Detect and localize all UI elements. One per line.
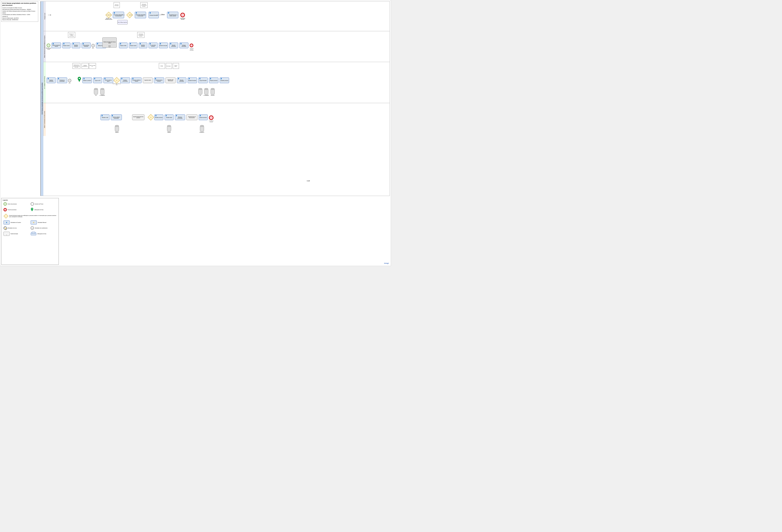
user-icon14: 👤 [159, 43, 161, 45]
pool-label: 21.3.2 Sanear propriedade com bovinos po… [40, 1, 43, 196]
label-bovinos-enviar: Bovinos para enviar [46, 48, 51, 50]
doc-parecer-chefia: Parecer chefia... [173, 63, 179, 69]
user-icon9: 👤 [97, 43, 98, 45]
user-icon13: 👤 [149, 43, 151, 45]
task-realizar-exame2-l2[interactable]: 👤 Realizar exame [129, 42, 138, 48]
task-aguardar-fatos[interactable]: Aguardar fatos de encerramento [186, 114, 198, 120]
label-12h: 12 h. [67, 82, 72, 83]
db-usamdoc: USAMDOC [200, 126, 204, 133]
legend-frota2-shape [31, 232, 36, 236]
legend-manual-shape: ✋ [31, 220, 37, 224]
user-icon3: 👤 [149, 12, 151, 14]
legend-start-label: Início do processo [8, 203, 17, 205]
task-aguardar-eliminacao[interactable]: Aguardar eliminação dos positivos [132, 114, 144, 120]
task-receber-execucao[interactable]: 👤 Receber execução [159, 42, 168, 48]
svg-text:⚡: ⚡ [4, 227, 7, 229]
task-identificar-positivos2-l2[interactable]: 👤 Identificar positivos [139, 42, 147, 48]
legend-compensation-label: Atividade de recebimento [35, 227, 47, 228]
task-aguardar-declaracoes[interactable]: aguardar mais declarações [166, 77, 176, 83]
label-propriedade-saneada: Propriedade saneada [179, 18, 186, 20]
task-receber-abertos[interactable]: 👤 Receber abertos positivos [154, 77, 164, 83]
legend-item-gateway: Evento Exclusivo (existe uma notificação… [3, 214, 57, 218]
legend-error-shape: ⚡ [3, 226, 7, 229]
lane-produtor: Produtor rural Termo de Destruição Decla… [43, 1, 390, 31]
task-lancar-formulario[interactable]: 👤 Lançar formulário [198, 77, 208, 83]
legend-item-manual: ✋ Atividade Manual [31, 220, 57, 224]
user-icon33: 👤 [165, 115, 167, 117]
task-oficio-gta[interactable]: Ofício GTA para frigorífico [117, 20, 128, 25]
task-realizar-chefia[interactable]: 👤 Realizar chefia [119, 42, 128, 48]
main-page: 21.3.2 Sanear propriedade com bovinos po… [0, 0, 391, 266]
task-encaminhar-credito[interactable]: 👤 Encaminhar para crédito subsídio [167, 12, 178, 18]
doc-declaracao-right: Declaração... [166, 63, 172, 69]
task-monitorar-propriedade[interactable]: 👤 Monitorar propriedade [175, 114, 185, 120]
end-event-l4 [209, 115, 213, 120]
svg-marker-11 [31, 210, 33, 211]
header-org1: Governo do Estado de Mato Grosso [2, 7, 37, 9]
task-receber-formulario[interactable]: 👤 Receber formulário [187, 77, 197, 83]
lane-medvet: Médico Veterinário Acreditado/Habilitado… [43, 31, 390, 62]
task-identificar-positivos-l2[interactable]: 👤 Identificar positivos [72, 42, 80, 48]
user-icon4: 👤 [168, 12, 169, 14]
task-enviar-animais[interactable]: 👤 Enviar animais notificados [81, 42, 91, 48]
legend-throw-label: Evento de Throw [35, 203, 43, 205]
task-receber-notificados[interactable]: 👤 Receber notificados [47, 77, 56, 83]
task-notificar-produtor-l3[interactable]: 👤 Notificar o produtor [82, 77, 92, 83]
label-acrescimo: acréscimo positivos eliminados [188, 48, 195, 51]
task-comparar-chefia[interactable]: 👤 Comparar chefia de material [131, 77, 142, 83]
doc-afastado: Afastado de exame documentado [68, 32, 75, 38]
task-receber-processo-l4[interactable]: 👤 Receber processo [154, 114, 163, 120]
user-icon11: 👤 [130, 43, 131, 45]
user-icon25: 👤 [178, 78, 179, 80]
user-icon31: 👤 [111, 115, 113, 117]
task-reconduzir-eliminacao[interactable]: 👤 Reconduzir eliminação da propriedade [113, 12, 124, 18]
label-propriedade-saneada-l4: Propriedade saneada [207, 120, 215, 122]
task-receber-comunicado[interactable]: 👤 Receber comunicado [120, 77, 130, 83]
task-receber-declaracao-l2[interactable]: 👤 Receber declaração [169, 42, 178, 48]
user-icon19: 👤 [83, 78, 85, 80]
legend-compensation-shape: ↩ [31, 226, 34, 229]
task-solicitar-tomada[interactable]: 👤 Solicitar tomada de material [51, 42, 61, 48]
legend-item-frota: Utilização de frota [31, 208, 57, 212]
user-icon2: 👤 [135, 12, 137, 14]
doc-notificacao-sacrificio: Notificação de sacrifício pecuária destr… [73, 63, 80, 69]
task-apontar-cadastro[interactable]: 👤 Apontar cadastro propriedade [111, 114, 122, 120]
task-entregar-declaracao-l2[interactable]: 👤 Entregar declaração [179, 42, 188, 48]
task-receber-declaracao-l3[interactable]: 👤 Receber declaração [177, 77, 186, 83]
svg-point-12 [32, 209, 32, 209]
legend-error-label: Atividade de erros [8, 227, 16, 228]
end-event-l2 [190, 43, 193, 47]
task-atualizar-dado[interactable]: 👤 Atualizar dado [165, 114, 174, 120]
lane-indea: INDEA / Coordenadoria de defesa animal 👤… [43, 103, 390, 136]
user-icon28: 👤 [210, 78, 211, 80]
task-encerrar-propriedade[interactable]: 👤 Encerrar na propriedade [57, 77, 67, 83]
task-lancar-se[interactable]: 👤 Lançar no SE [93, 77, 102, 83]
legend-item-compensation: ↩ Atividade de recebimento [31, 226, 57, 229]
task-entregar-declaracao-l1[interactable]: 👤 Entregar declaração [148, 12, 159, 18]
legend-item-user: 👤 Atividade de Usuário [3, 220, 29, 224]
header-date-elab: Data de Elaboração: abr/2021 [2, 17, 37, 19]
task-enviar-email[interactable]: 👤 Enviar e-mail ao gestor [103, 77, 113, 83]
legend-collapsed-label: Tarefa fechada [10, 233, 18, 234]
com-label: CoM [307, 180, 310, 182]
header-info: 21.3.2 Sanear propriedade com bovinos po… [1, 1, 38, 22]
legend-item-end: Final do processo [3, 208, 29, 212]
task-arquivar-processo[interactable]: 👤 Arquivar processo [199, 114, 208, 120]
header-org3: Instituto de Defesa Agropecuária do Esta… [2, 10, 37, 14]
task-aguardar-aberto[interactable]: Aguardar aberto [143, 77, 153, 83]
db-cdbmabt: e CDBMABT [100, 89, 105, 96]
task-receber-email-l4[interactable]: 👤 Receber e-mail [101, 114, 109, 120]
header-org2: Secretaria de Desenvolvimento Econômico … [2, 9, 37, 10]
legend-manual-label: Atividade Manual [38, 222, 46, 223]
start-event-l2 [47, 43, 50, 47]
legend-item-frota2: Utilização de frota [31, 232, 57, 236]
task-ler-ato[interactable]: 👤 Ler ato deste positivos [148, 42, 157, 48]
subprocess-chefia[interactable]: Chefia encerrada pelo Serviço oficial + [102, 37, 117, 48]
bpmn-diagram: 21.3.2 Sanear propriedade com bovinos po… [40, 1, 390, 196]
db-sindea-right: SINDEA [167, 126, 171, 133]
lane1-label: Produtor rural [43, 1, 46, 31]
task-preparar-processo[interactable]: 👤 Preparar processo [209, 77, 218, 83]
task-transferir-processo[interactable]: 👤 Transferir processo [220, 77, 229, 83]
task-realizar-exame-l2[interactable]: 👤 Realizar exame [62, 42, 70, 48]
task-responder-declaracao[interactable]: 👤 Responder declaração de destruição [135, 12, 146, 18]
